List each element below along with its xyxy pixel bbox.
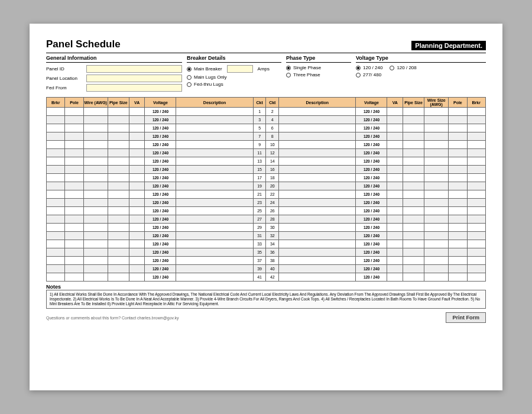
cell-description[interactable] (279, 108, 356, 116)
cell-brkr[interactable] (467, 116, 485, 124)
cell-va[interactable] (129, 190, 145, 199)
cell-va[interactable] (387, 174, 403, 182)
cell-wire[interactable] (83, 224, 108, 232)
cell-pipe[interactable] (108, 265, 129, 273)
cell-description[interactable] (279, 199, 356, 207)
cell-wire[interactable] (83, 124, 108, 132)
cell-description[interactable] (176, 116, 253, 124)
cell-pipe[interactable] (403, 215, 424, 224)
cell-description[interactable] (279, 124, 356, 132)
cell-pipe[interactable] (108, 257, 129, 265)
cell-pole[interactable] (65, 132, 83, 141)
cell-description[interactable] (176, 149, 253, 157)
cell-brkr[interactable] (47, 174, 65, 182)
cell-wire[interactable] (424, 182, 449, 190)
three-phase-radio[interactable]: Three Phase (286, 72, 351, 77)
cell-pole[interactable] (65, 190, 83, 199)
cell-va[interactable] (129, 273, 145, 282)
cell-brkr[interactable] (47, 207, 65, 215)
cell-pipe[interactable] (403, 257, 424, 265)
cell-va[interactable] (387, 157, 403, 166)
cell-wire[interactable] (83, 207, 108, 215)
cell-wire[interactable] (424, 265, 449, 273)
main-lugs-only-radio[interactable]: Main Lugs Only (187, 75, 281, 80)
cell-va[interactable] (129, 141, 145, 149)
cell-pipe[interactable] (108, 174, 129, 182)
cell-pipe[interactable] (403, 108, 424, 116)
cell-pole[interactable] (65, 265, 83, 273)
cell-description[interactable] (279, 166, 356, 174)
cell-va[interactable] (129, 232, 145, 240)
cell-va[interactable] (387, 248, 403, 257)
cell-description[interactable] (279, 273, 356, 282)
cell-brkr[interactable] (467, 108, 485, 116)
print-form-button[interactable]: Print Form (446, 312, 486, 323)
cell-brkr[interactable] (47, 132, 65, 141)
cell-va[interactable] (387, 132, 403, 141)
cell-pipe[interactable] (108, 215, 129, 224)
cell-brkr[interactable] (467, 124, 485, 132)
cell-brkr[interactable] (47, 124, 65, 132)
cell-wire[interactable] (83, 265, 108, 273)
cell-brkr[interactable] (47, 182, 65, 190)
cell-description[interactable] (176, 207, 253, 215)
cell-description[interactable] (176, 265, 253, 273)
cell-description[interactable] (176, 182, 253, 190)
cell-va[interactable] (387, 190, 403, 199)
cell-va[interactable] (129, 182, 145, 190)
cell-pipe[interactable] (108, 207, 129, 215)
cell-brkr[interactable] (47, 157, 65, 166)
cell-wire[interactable] (424, 124, 449, 132)
cell-brkr[interactable] (47, 149, 65, 157)
cell-wire[interactable] (424, 215, 449, 224)
cell-va[interactable] (129, 108, 145, 116)
cell-pipe[interactable] (108, 248, 129, 257)
cell-pipe[interactable] (403, 190, 424, 199)
cell-pipe[interactable] (403, 174, 424, 182)
cell-brkr[interactable] (467, 215, 485, 224)
cell-wire[interactable] (424, 273, 449, 282)
cell-wire[interactable] (424, 190, 449, 199)
cell-brkr[interactable] (47, 273, 65, 282)
cell-pipe[interactable] (403, 248, 424, 257)
main-breaker-amps-input[interactable] (227, 65, 253, 73)
cell-description[interactable] (279, 116, 356, 124)
cell-wire[interactable] (83, 141, 108, 149)
cell-va[interactable] (387, 149, 403, 157)
cell-brkr[interactable] (467, 273, 485, 282)
cell-pole[interactable] (449, 248, 467, 257)
cell-pole[interactable] (449, 265, 467, 273)
main-breaker-radio[interactable]: Main BreakerAmps (187, 65, 281, 73)
cell-wire[interactable] (83, 190, 108, 199)
cell-wire[interactable] (83, 157, 108, 166)
cell-wire[interactable] (83, 174, 108, 182)
cell-pole[interactable] (65, 141, 83, 149)
cell-pipe[interactable] (108, 116, 129, 124)
cell-brkr[interactable] (47, 265, 65, 273)
cell-va[interactable] (387, 232, 403, 240)
cell-brkr[interactable] (467, 248, 485, 257)
cell-brkr[interactable] (47, 166, 65, 174)
cell-wire[interactable] (424, 132, 449, 141)
cell-brkr[interactable] (467, 182, 485, 190)
cell-description[interactable] (176, 232, 253, 240)
cell-brkr[interactable] (467, 174, 485, 182)
cell-pipe[interactable] (403, 224, 424, 232)
cell-va[interactable] (129, 215, 145, 224)
cell-wire[interactable] (424, 174, 449, 182)
cell-wire[interactable] (424, 232, 449, 240)
cell-pipe[interactable] (108, 240, 129, 248)
cell-pole[interactable] (449, 190, 467, 199)
cell-description[interactable] (176, 108, 253, 116)
cell-brkr[interactable] (467, 199, 485, 207)
cell-va[interactable] (387, 257, 403, 265)
cell-wire[interactable] (424, 199, 449, 207)
cell-va[interactable] (129, 240, 145, 248)
cell-brkr[interactable] (47, 116, 65, 124)
cell-pole[interactable] (65, 149, 83, 157)
cell-va[interactable] (387, 240, 403, 248)
cell-description[interactable] (176, 273, 253, 282)
cell-pole[interactable] (449, 108, 467, 116)
cell-description[interactable] (279, 215, 356, 224)
cell-pole[interactable] (65, 224, 83, 232)
